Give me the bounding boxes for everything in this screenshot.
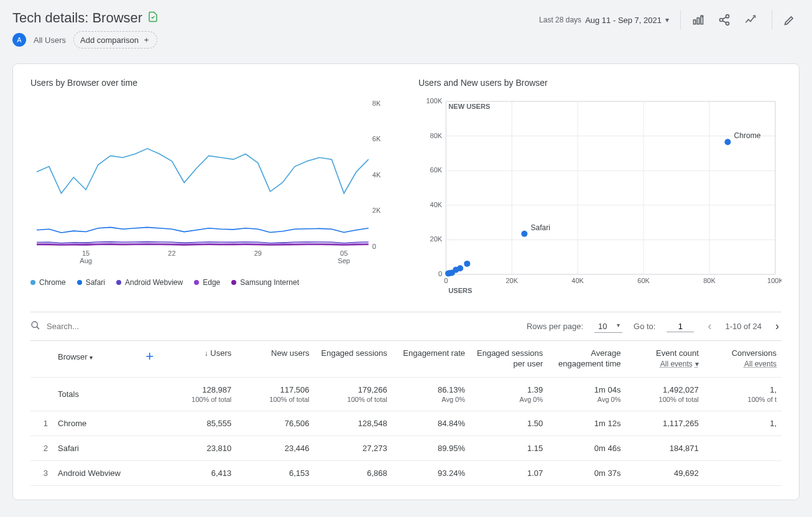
goto-input[interactable] <box>667 321 694 332</box>
line-chart-legend: ChromeSafariAndroid WebviewEdgeSamsung I… <box>30 278 394 287</box>
prev-page-button[interactable]: ‹ <box>705 317 714 335</box>
chart1-title: Users by Browser over time <box>30 78 394 88</box>
edit-icon[interactable] <box>780 10 800 30</box>
chevron-down-icon: ▾ <box>90 354 93 361</box>
svg-text:0: 0 <box>372 243 376 250</box>
svg-text:8K: 8K <box>372 100 381 107</box>
legend-item[interactable]: Android Webview <box>116 278 183 287</box>
svg-text:15: 15 <box>82 249 90 257</box>
legend-item[interactable]: Safari <box>77 278 105 287</box>
svg-rect-41 <box>446 101 775 274</box>
svg-text:20K: 20K <box>430 235 443 243</box>
legend-item[interactable]: Edge <box>194 278 220 287</box>
col-new-users[interactable]: New users <box>236 341 314 377</box>
svg-text:Safari: Safari <box>530 223 550 232</box>
svg-rect-1 <box>697 18 699 24</box>
svg-point-53 <box>445 271 451 277</box>
insights-icon[interactable] <box>740 10 760 30</box>
svg-point-46 <box>521 231 527 237</box>
data-table: Browser ▾ + ↓ Users New users Engaged se… <box>30 341 782 486</box>
table-row[interactable]: 2Safari 23,81023,44627,273 89.95%1.150m … <box>30 435 782 460</box>
svg-text:USERS: USERS <box>448 287 472 294</box>
share-icon[interactable] <box>714 10 734 30</box>
customize-icon[interactable] <box>688 10 708 30</box>
date-range-picker[interactable]: Last 28 days Aug 11 - Sep 7, 2021 ▾ <box>539 16 669 25</box>
svg-point-48 <box>464 261 470 267</box>
legend-item[interactable]: Samsung Internet <box>231 278 299 287</box>
status-ok-icon <box>147 10 159 26</box>
svg-text:20K: 20K <box>505 277 518 284</box>
table-row[interactable]: 3Android Webview 6,4136,1536,868 93.24%1… <box>30 460 782 485</box>
svg-text:60K: 60K <box>430 166 443 174</box>
svg-text:80K: 80K <box>430 132 443 139</box>
svg-text:100K: 100K <box>426 98 442 105</box>
chart2-title: Users and New users by Browser <box>418 78 782 88</box>
scatter-chart[interactable]: 020K40K60K80K100K020K40K60K80K100KNEW US… <box>418 98 782 297</box>
svg-text:60K: 60K <box>637 277 650 284</box>
table-row[interactable]: 1Chrome 85,55576,506128,548 84.84%1.501m… <box>30 411 782 435</box>
svg-point-44 <box>724 139 731 145</box>
svg-text:NEW USERS: NEW USERS <box>448 103 490 110</box>
svg-text:Sep: Sep <box>338 257 350 264</box>
col-event-count[interactable]: Event countAll events ▾ <box>626 341 704 377</box>
rows-per-page-label: Rows per page: <box>527 322 583 331</box>
svg-point-5 <box>726 22 729 25</box>
svg-point-54 <box>32 322 37 327</box>
segment-label: All Users <box>34 35 66 45</box>
col-engagement-rate[interactable]: Engagement rate <box>392 341 470 377</box>
svg-rect-0 <box>694 20 696 24</box>
add-comparison-button[interactable]: Add comparison ＋ <box>73 31 157 49</box>
svg-text:29: 29 <box>254 249 262 257</box>
page-title: Tech details: Browser <box>12 10 159 26</box>
col-conversions[interactable]: ConversionsAll events <box>704 341 782 377</box>
col-users[interactable]: ↓ Users <box>159 341 236 377</box>
rows-per-page-select[interactable]: 10 <box>594 320 622 333</box>
svg-text:40K: 40K <box>571 277 584 284</box>
legend-item[interactable]: Chrome <box>30 278 66 287</box>
col-engaged-per-user[interactable]: Engaged sessionsper user <box>470 341 548 377</box>
svg-text:80K: 80K <box>703 277 716 284</box>
line-chart[interactable]: 02K4K6K8K15Aug222905Sep <box>30 98 394 272</box>
svg-text:4K: 4K <box>372 171 381 179</box>
svg-text:22: 22 <box>168 249 175 257</box>
svg-text:0: 0 <box>438 270 442 277</box>
svg-text:Chrome: Chrome <box>734 131 760 140</box>
add-dimension-button[interactable]: + <box>145 348 154 365</box>
goto-label: Go to: <box>634 322 655 331</box>
search-input[interactable] <box>45 321 170 332</box>
svg-text:6K: 6K <box>372 136 381 143</box>
totals-row: Totals 128,987100% of total 117,506100% … <box>30 377 782 411</box>
svg-text:05: 05 <box>340 249 348 257</box>
plus-icon: ＋ <box>142 34 150 45</box>
search-icon <box>30 320 40 332</box>
svg-text:100K: 100K <box>767 277 782 284</box>
svg-text:2K: 2K <box>372 207 381 215</box>
svg-point-4 <box>720 19 723 22</box>
col-avg-engagement[interactable]: Averageengagement time <box>548 341 625 377</box>
svg-text:0: 0 <box>444 277 448 284</box>
chevron-down-icon: ▾ <box>665 16 669 24</box>
svg-point-3 <box>726 15 729 18</box>
col-engaged-sessions[interactable]: Engaged sessions <box>315 341 392 377</box>
col-browser[interactable]: Browser ▾ <box>58 352 93 361</box>
page-range: 1-10 of 24 <box>725 322 762 331</box>
segment-badge: A <box>12 33 26 47</box>
svg-text:Aug: Aug <box>80 257 92 264</box>
svg-text:40K: 40K <box>430 201 443 208</box>
next-page-button[interactable]: › <box>773 317 782 335</box>
